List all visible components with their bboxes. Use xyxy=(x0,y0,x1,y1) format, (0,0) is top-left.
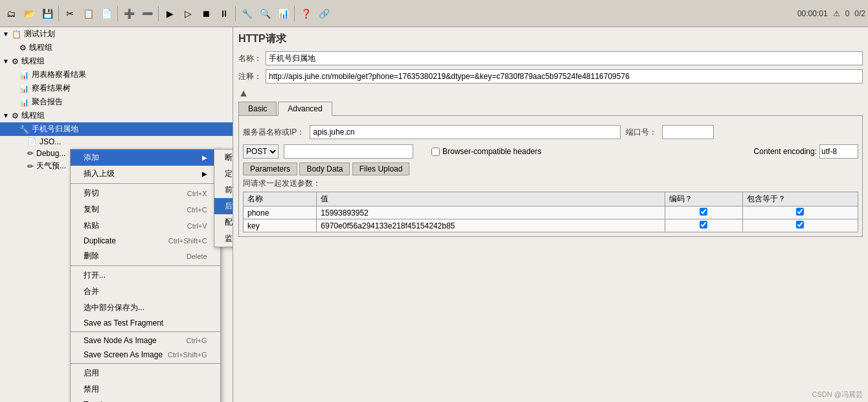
tab-basic[interactable]: Basic xyxy=(238,102,277,115)
submenu-config-element[interactable]: 配置元件 ▶ xyxy=(214,214,233,230)
submenu-timer[interactable]: 定时器 ▶ xyxy=(214,166,233,182)
server-input[interactable] xyxy=(310,125,621,139)
toolbar-icon-add[interactable]: ➕ xyxy=(120,5,137,22)
context-menu-open[interactable]: 打开... xyxy=(71,267,220,284)
context-menu-save-fragment[interactable]: Save as Test Fragment xyxy=(71,316,220,330)
context-menu-save-selected[interactable]: 选中部分保存为... xyxy=(71,300,220,316)
toolbar-icon-run-all[interactable]: ▷ xyxy=(179,5,196,22)
tree-icon: 📊 xyxy=(19,98,29,107)
include-checkbox[interactable] xyxy=(796,221,804,229)
tree-item-result-table[interactable]: 📊 用表格察看结果 xyxy=(0,68,233,82)
context-menu-sep4 xyxy=(71,363,220,364)
include-checkbox[interactable] xyxy=(796,208,804,216)
shortcut: Ctrl+Shift+C xyxy=(168,237,207,245)
method-select[interactable]: GET POST xyxy=(243,144,279,159)
param-name-cell: key xyxy=(244,219,317,232)
tree-item-phone-request[interactable]: 🔧 手机号归属地 xyxy=(0,122,233,136)
context-menu-add[interactable]: 添加 ▶ xyxy=(71,150,220,166)
toolbar-right: 00:00:01 ⚠ 0 0/2 xyxy=(797,9,865,18)
submenu-post-processor[interactable]: 后置处理器 ▶ xyxy=(214,198,233,214)
tree-label: 手机号归属地 xyxy=(32,124,78,135)
comment-row: 注释： xyxy=(238,69,863,84)
params-tab-button[interactable]: Parameters xyxy=(243,162,297,175)
toolbar-icon-run[interactable]: ▶ xyxy=(161,5,178,22)
comment-input[interactable] xyxy=(266,69,863,84)
toolbar-icon-stop[interactable]: ⏹ xyxy=(198,5,214,22)
context-menu-paste[interactable]: 粘贴 Ctrl+V xyxy=(71,218,220,234)
tree-icon: ✏ xyxy=(27,162,34,171)
tree-item-test-plan[interactable]: ▼ 📋 测试计划 xyxy=(0,27,233,41)
files-upload-button[interactable]: Files Upload xyxy=(352,162,410,175)
context-menu-merge[interactable]: 合并 xyxy=(71,284,220,300)
toolbar-icon-new[interactable]: 🗂 xyxy=(3,5,19,22)
context-menu-enable[interactable]: 启用 xyxy=(71,365,220,381)
tree-label: Debug... xyxy=(36,149,65,158)
path-input[interactable] xyxy=(284,144,413,159)
toolbar-icon-copy[interactable]: 📋 xyxy=(80,5,97,22)
encode-checkbox[interactable] xyxy=(700,208,707,216)
context-menu-copy[interactable]: 复制 Ctrl+C xyxy=(71,201,220,218)
context-menu-insert-parent[interactable]: 插入上级 ▶ xyxy=(71,166,220,182)
context-menu-disable[interactable]: 禁用 xyxy=(71,381,220,397)
toolbar-icon-cut[interactable]: ✂ xyxy=(62,5,78,22)
param-value-cell: 6970e0f56a294133e218f45154242b85 xyxy=(317,219,665,232)
context-menu-save-node-image[interactable]: Save Node As Image Ctrl+G xyxy=(71,333,220,348)
tree-item-jso[interactable]: 📄 JSO... xyxy=(0,136,233,148)
params-title: 同请求一起发送参数： xyxy=(243,178,858,189)
shortcut: Ctrl+V xyxy=(187,222,207,230)
panel-title: HTTP请求 xyxy=(238,32,863,46)
submenu-listener[interactable]: 监听器 ▶ xyxy=(214,230,233,247)
toolbar-icon-link[interactable]: 🔗 xyxy=(315,5,332,22)
context-menu-toggle[interactable]: Toggle Ctrl+T xyxy=(71,397,220,402)
tree-label: 线程组 xyxy=(21,56,45,67)
server-row: 服务器名称或IP： 端口号： xyxy=(243,125,858,139)
encode-checkbox[interactable] xyxy=(700,221,707,229)
toolbar-icon-save[interactable]: 💾 xyxy=(39,5,56,22)
label: 监听器 xyxy=(225,233,233,244)
context-menu-sep3 xyxy=(71,331,220,332)
toolbar-icon-paste[interactable]: 📄 xyxy=(98,5,115,22)
label: 选中部分保存为... xyxy=(84,302,144,313)
tree-item-threadgroup2[interactable]: ▼ ⚙ 线程组 xyxy=(0,54,233,68)
col-include: 包含等于？ xyxy=(742,192,858,207)
context-menu-duplicate[interactable]: Duplicate Ctrl+Shift+C xyxy=(71,234,220,248)
toolbar-sep-1 xyxy=(58,6,59,21)
tree-item-threadgroup1[interactable]: ⚙ 线程组 xyxy=(0,41,233,54)
tree-label: 线程组 xyxy=(21,110,45,121)
name-input[interactable] xyxy=(266,51,863,65)
tree-icon: 📄 xyxy=(27,137,37,146)
submenu-assert[interactable]: 断言 ▶ xyxy=(214,150,233,166)
toolbar-icon-pause[interactable]: ⏸ xyxy=(216,5,233,22)
tab-advanced[interactable]: Advanced xyxy=(278,102,332,116)
browser-compatible-checkbox[interactable] xyxy=(431,148,440,156)
toolbar-icon-search[interactable]: 🔍 xyxy=(257,5,273,22)
shortcut: Delete xyxy=(187,252,207,260)
label: Save Screen As Image xyxy=(84,350,163,359)
toolbar-icon-open[interactable]: 📂 xyxy=(21,5,38,22)
toolbar-icon-remove[interactable]: ➖ xyxy=(139,5,155,22)
tree-item-result-tree[interactable]: 📊 察看结果树 xyxy=(0,82,233,95)
submenu-pre-processor[interactable]: 前置处理器 ▶ xyxy=(214,182,233,198)
tree-icon: ⚙ xyxy=(12,57,19,66)
tree-icon: ⚙ xyxy=(19,43,27,52)
toolbar-icon-report[interactable]: 📊 xyxy=(275,5,291,22)
param-encode-cell xyxy=(665,219,742,232)
arrow-icon: ▼ xyxy=(3,30,9,38)
toolbar-icon-help[interactable]: ❓ xyxy=(297,5,314,22)
tree-item-aggregate[interactable]: 📊 聚合报告 xyxy=(0,95,233,109)
toolbar-icon-settings[interactable]: 🔧 xyxy=(238,5,255,22)
body-data-button[interactable]: Body Data xyxy=(299,162,350,175)
context-menu-delete[interactable]: 删除 Delete xyxy=(71,248,220,264)
warning-icon: ⚠ xyxy=(833,9,840,18)
request-area: Parameters Body Data Files Upload 同请求一起发… xyxy=(243,162,858,232)
context-menu-save-screen-image[interactable]: Save Screen As Image Ctrl+Shift+G xyxy=(71,348,220,362)
port-input[interactable] xyxy=(662,125,714,139)
warning-count: 0 xyxy=(845,9,850,18)
context-menu-cut[interactable]: 剪切 Ctrl+X xyxy=(71,185,220,201)
params-table: 名称 值 编码？ 包含等于？ phone 15993893952 xyxy=(243,192,858,232)
collapse-arrow-icon[interactable]: ▲ xyxy=(238,87,249,99)
tree-item-threadgroup3[interactable]: ▼ ⚙ 线程组 xyxy=(0,109,233,122)
content-encoding-input[interactable] xyxy=(819,144,858,159)
elapsed-time: 00:00:01 xyxy=(797,9,828,18)
param-encode-cell xyxy=(665,207,742,219)
